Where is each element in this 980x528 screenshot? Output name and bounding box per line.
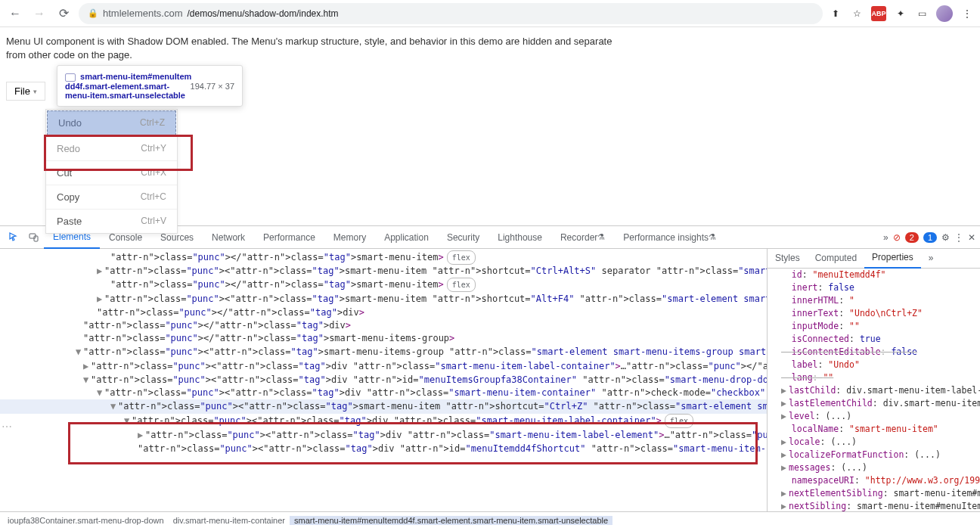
dom-line[interactable]: ▼"attr-n">class="punc"><"attr-n">class="… (0, 414, 767, 428)
chevron-down-icon: ▾ (33, 88, 37, 95)
dom-tree[interactable]: "attr-n">class="punc"></"attr-n">class="… (0, 249, 767, 511)
side-panel: StylesComputedProperties» id: "menuItemd… (767, 249, 980, 511)
inspect-icon[interactable] (5, 228, 24, 247)
browser-chrome: ← → ⟳ 🔒 htmlelements.com/demos/menu/shad… (0, 0, 980, 27)
tooltip-selector: smart-menu-item#menuItem (80, 72, 191, 81)
prop-lastElementChild[interactable]: ▶lastElementChild: div.smart-menu-item- (768, 397, 980, 410)
dom-line[interactable]: "attr-n">class="punc"></"attr-n">class="… (0, 306, 767, 319)
back-button[interactable]: ← (6, 5, 24, 23)
more-tabs-icon[interactable]: » (883, 232, 889, 243)
menu-item-paste[interactable]: PasteCtrl+V (46, 209, 177, 233)
prop-locale[interactable]: ▶locale: (...) (768, 436, 980, 449)
side-tab-more[interactable]: » (921, 249, 941, 269)
devtools-tab-application[interactable]: Application (375, 226, 438, 249)
device-icon[interactable] (24, 228, 44, 247)
dom-line[interactable]: "attr-n">class="punc"></"attr-n">class="… (0, 332, 767, 345)
prop-inputMode[interactable]: inputMode: "" (768, 320, 980, 333)
tooltip-dimensions: 194.77 × 37 (191, 82, 234, 91)
side-tab-styles[interactable]: Styles (768, 249, 808, 269)
side-tab-computed[interactable]: Computed (808, 249, 864, 269)
page-intro-text: Menu UI component is with Shadow DOM ena… (6, 35, 626, 62)
file-menu-label: File (14, 85, 30, 97)
extensions-icon[interactable]: ✦ (894, 7, 907, 20)
error-icon: ⊘ (893, 232, 901, 243)
prop-isConnected[interactable]: isConnected: true (768, 333, 980, 346)
breadcrumb-item[interactable]: div.smart-menu-item-container (169, 516, 290, 525)
prop-inert[interactable]: inert: false (768, 281, 980, 294)
devtools-tab-network[interactable]: Network (203, 226, 254, 249)
prop-localizeFormatFunction[interactable]: ▶localizeFormatFunction: (...) (768, 449, 980, 461)
dom-line[interactable]: ▼"attr-n">class="punc"><"attr-n">class="… (0, 345, 767, 359)
page-content: Menu UI component is with Shadow DOM ena… (0, 27, 980, 225)
dom-line[interactable]: ▶"attr-n">class="punc"><"attr-n">class="… (0, 359, 767, 374)
panel-icon[interactable]: ▭ (915, 7, 929, 20)
devtools-tab-performance-insights[interactable]: Performance insights ⚗ (614, 226, 725, 249)
prop-label[interactable]: label: "Undo" (768, 359, 980, 371)
breadcrumb[interactable]: ioupfa38Container.smart-menu-drop-downdi… (0, 511, 980, 528)
breadcrumb-item[interactable]: smart-menu-item#menuItemdd4f.smart-eleme… (290, 516, 612, 525)
dom-line[interactable]: "attr-n">class="punc"><"attr-n">class="t… (0, 443, 767, 455)
devtools: ElementsConsoleSourcesNetworkPerformance… (0, 225, 980, 528)
bookmark-icon[interactable]: ☆ (850, 7, 864, 20)
devtools-tab-memory[interactable]: Memory (324, 226, 375, 249)
menu-item-cut[interactable]: CutCtrl+X (46, 160, 177, 185)
prop-localName[interactable]: localName: "smart-menu-item" (768, 423, 980, 436)
element-icon (65, 73, 76, 82)
prop-nextElementSibling[interactable]: ▶nextElementSibling: smart-menu-item#men (768, 487, 980, 500)
share-icon[interactable]: ⬆ (829, 7, 842, 20)
prop-isContentEditable[interactable]: isContentEditable: false (768, 346, 980, 359)
resize-handle-icon[interactable]: ⋯ (2, 421, 14, 433)
prop-lastChild[interactable]: ▶lastChild: div.smart-menu-item-label-co (768, 384, 980, 397)
prop-innerHTML[interactable]: innerHTML: " (768, 294, 980, 307)
prop-innerText[interactable]: innerText: "Undo\nCtrl+Z" (768, 307, 980, 320)
error-count[interactable]: 2 (905, 232, 919, 243)
file-menu-button[interactable]: File ▾ (6, 82, 45, 101)
tooltip-classes: dd4f.smart-element.smart-menu-item.smart… (65, 82, 185, 100)
devtools-tab-security[interactable]: Security (438, 226, 488, 249)
dom-line[interactable]: "attr-n">class="punc"></"attr-n">class="… (0, 278, 767, 292)
avatar[interactable] (936, 5, 953, 22)
url-host: htmlelements.com (103, 8, 182, 19)
devtools-kebab-icon[interactable]: ⋮ (954, 232, 963, 243)
lock-icon: 🔒 (88, 8, 98, 18)
side-panel-tabs: StylesComputedProperties» (768, 249, 980, 269)
devtools-tab-performance[interactable]: Performance (254, 226, 324, 249)
url-path: /demos/menu/shadow-dom/index.htm (187, 8, 338, 19)
kebab-icon[interactable]: ⋮ (960, 7, 974, 20)
message-count[interactable]: 1 (923, 232, 937, 243)
edit-dropdown: UndoCtrl+ZRedoCtrl+YCutCtrl+XCopyCtrl+CP… (45, 109, 178, 234)
close-devtools-icon[interactable]: ✕ (968, 232, 975, 243)
devtools-tab-recorder[interactable]: Recorder ⚗ (551, 226, 614, 249)
menu-item-undo[interactable]: UndoCtrl+Z (47, 110, 176, 135)
dom-line[interactable]: ▶"attr-n">class="punc"><"attr-n">class="… (0, 428, 767, 443)
prop-nextSibling[interactable]: ▶nextSibling: smart-menu-item#menuItem3c (768, 500, 980, 511)
reload-button[interactable]: ⟳ (54, 5, 73, 23)
prop-messages[interactable]: ▶messages: (...) (768, 461, 980, 474)
menu-item-redo[interactable]: RedoCtrl+Y (46, 136, 177, 160)
dom-line[interactable]: ▼"attr-n">class="punc"><"attr-n">class="… (0, 399, 767, 414)
properties-list[interactable]: id: "menuItemdd4f" inert: false innerHTM… (768, 269, 980, 511)
abp-icon[interactable]: ABP (871, 6, 886, 21)
devtools-tab-lighthouse[interactable]: Lighthouse (488, 226, 551, 249)
menu-item-copy[interactable]: CopyCtrl+C (46, 185, 177, 209)
url-bar[interactable]: 🔒 htmlelements.com/demos/menu/shadow-dom… (79, 3, 823, 24)
dom-line[interactable]: "attr-n">class="punc"></"attr-n">class="… (0, 250, 767, 265)
chrome-toolbar-right: ⬆ ☆ ABP ✦ ▭ ⋮ (829, 5, 974, 22)
dom-line[interactable]: "attr-n">class="punc"></"attr-n">class="… (0, 319, 767, 332)
dom-line[interactable]: ▼"attr-n">class="punc"><"attr-n">class="… (0, 374, 767, 387)
prop-id[interactable]: id: "menuItemdd4f" (768, 269, 980, 281)
dom-line[interactable]: ▼"attr-n">class="punc"><"attr-n">class="… (0, 387, 767, 399)
prop-level[interactable]: ▶level: (...) (768, 410, 980, 423)
prop-namespaceURI[interactable]: namespaceURI: "http://www.w3.org/1999/x (768, 474, 980, 487)
dom-line[interactable]: ▶"attr-n">class="punc"><"attr-n">class="… (0, 265, 767, 278)
forward-button[interactable]: → (30, 5, 48, 23)
inspector-tooltip: smart-menu-item#menuItem 194.77 × 37 dd4… (57, 65, 243, 107)
dom-line[interactable]: ▶"attr-n">class="punc"><"attr-n">class="… (0, 292, 767, 306)
breadcrumb-item[interactable]: ioupfa38Container.smart-menu-drop-down (3, 516, 169, 525)
settings-gear-icon[interactable]: ⚙ (941, 232, 950, 243)
prop-lang[interactable]: lang: "" (768, 371, 980, 384)
side-tab-properties[interactable]: Properties (864, 249, 921, 269)
